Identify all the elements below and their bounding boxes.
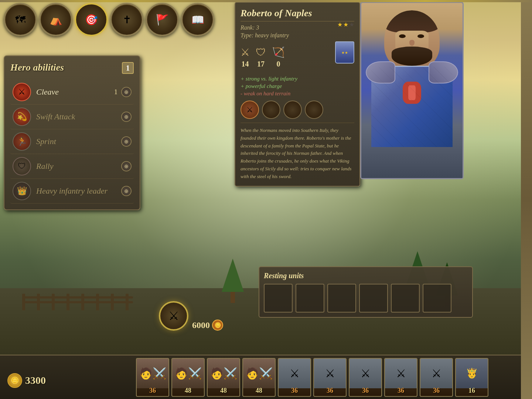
- map-icon: 🗺: [7, 6, 34, 34]
- unit-card-9[interactable]: ⚔ 36: [420, 358, 453, 397]
- top-decoration: [0, 0, 532, 2]
- cleave-level: 1: [114, 88, 117, 96]
- cross-icon: ✝: [113, 6, 141, 34]
- character-description: When the Normans moved into Southern Ita…: [241, 123, 354, 181]
- trait-shield: ★★: [335, 41, 354, 64]
- tab-target[interactable]: 🎯: [75, 3, 108, 36]
- portrait-head: [384, 10, 440, 69]
- unit-count-7: 36: [349, 387, 381, 395]
- portrait-beard: [392, 47, 432, 66]
- portrait-face: [361, 3, 463, 178]
- hero-points-badge: 1: [122, 62, 134, 74]
- top-navigation: 🗺 ⛺ 🎯 ✝ 🚩 📖: [0, 0, 218, 39]
- ability-heavy-infantry[interactable]: 👑 Heavy infantry leader ⊕: [10, 179, 134, 204]
- rally-label: Rally: [36, 161, 117, 171]
- character-stars: ★ ★ ★: [337, 21, 354, 28]
- defense-value: 17: [257, 60, 265, 68]
- unit-count-10: 16: [456, 387, 488, 395]
- resting-slots-container: [264, 284, 468, 313]
- star-2: ★: [343, 21, 348, 28]
- tab-map[interactable]: 🗺: [4, 3, 37, 36]
- gold-amount: 3300: [25, 375, 46, 386]
- unit-card-10[interactable]: 🤴 16: [455, 358, 488, 397]
- unit-count-6: 36: [314, 387, 346, 395]
- unit-portrait-8: ⚔: [385, 359, 417, 388]
- portrait-slot-3: [283, 100, 302, 119]
- rally-upgrade-button[interactable]: ⊕: [121, 161, 132, 171]
- flags-icon: 🚩: [149, 6, 176, 34]
- hero-abilities-panel: Hero abilities 1 ⚔ Cleave 1 ⊕ 💫 Swift At…: [4, 55, 140, 210]
- unit-card-3[interactable]: 🧑‍⚔️ 48: [207, 358, 240, 397]
- unit-count-4: 48: [243, 387, 275, 395]
- attack-value: 14: [242, 60, 249, 68]
- ability-cleave[interactable]: ⚔ Cleave 1 ⊕: [10, 80, 134, 105]
- unit-card-4[interactable]: 🧑‍⚔️ 48: [242, 358, 276, 397]
- eye-left: [399, 34, 406, 38]
- swift-attack-upgrade-button[interactable]: ⊕: [121, 112, 132, 122]
- unit-count-8: 36: [385, 387, 417, 395]
- resting-slot-1: [264, 284, 293, 313]
- unit-cards-container: 🧑‍⚔️ 36 🧑‍⚔️ 48 🧑‍⚔️ 48 🧑‍⚔️ 48: [136, 358, 488, 397]
- special-value: 0: [277, 60, 280, 68]
- resting-slot-5: [391, 284, 420, 313]
- tab-camp[interactable]: ⛺: [39, 3, 72, 36]
- unit-card-2[interactable]: 🧑‍⚔️ 48: [171, 358, 205, 397]
- stars-row: ★ ★ ★: [337, 21, 354, 28]
- special-icon: 🏹: [272, 46, 285, 58]
- cleave-label: Cleave: [36, 87, 114, 97]
- right-decoration: [521, 0, 532, 399]
- cleave-icon: ⚔: [13, 83, 31, 101]
- armor-texture: [371, 67, 453, 147]
- currency-icon: 🪙: [212, 320, 223, 331]
- tab-flags[interactable]: 🚩: [146, 3, 179, 36]
- book-icon: 📖: [184, 6, 212, 34]
- star-3: ★: [349, 21, 354, 28]
- unit-card-1[interactable]: 🧑‍⚔️ 36: [136, 358, 169, 397]
- tab-cross[interactable]: ✝: [110, 3, 143, 36]
- unit-portrait-2: 🧑‍⚔️: [172, 359, 204, 388]
- resting-slot-4: [359, 284, 388, 313]
- swift-attack-label: Swift Attack: [36, 112, 117, 122]
- sprint-upgrade-button[interactable]: ⊕: [121, 136, 132, 147]
- character-name: Roberto of Naples: [241, 8, 354, 21]
- hero-panel-title: Hero abilities: [10, 62, 64, 73]
- unit-count-5: 36: [279, 387, 310, 395]
- hero-center-button[interactable]: ⚔: [159, 301, 188, 331]
- swift-attack-icon: 💫: [13, 108, 31, 126]
- portrait-slot-4: [305, 100, 323, 119]
- ability-swift-attack[interactable]: 💫 Swift Attack ⊕: [10, 105, 134, 129]
- unit-portrait-1: 🧑‍⚔️: [137, 359, 168, 388]
- unit-card-7[interactable]: ⚔ 36: [349, 358, 382, 397]
- heavy-infantry-upgrade-button[interactable]: ⊕: [121, 186, 132, 196]
- ability-sprint[interactable]: 🏃 Sprint ⊕: [10, 129, 134, 154]
- heavy-infantry-label: Heavy infantry leader: [36, 186, 117, 196]
- hero-panel-header: Hero abilities 1: [10, 62, 134, 74]
- tab-book[interactable]: 📖: [181, 3, 214, 36]
- cleave-upgrade-button[interactable]: ⊕: [121, 87, 132, 97]
- character-portrait-slots: ⚔: [241, 100, 354, 119]
- type-stat: Type: heavy infantry: [241, 32, 354, 39]
- fence: [22, 292, 133, 310]
- unit-count-3: 48: [208, 387, 239, 395]
- trait-1: + strong vs. light infantry: [241, 76, 354, 82]
- nose: [409, 40, 415, 46]
- portrait-armor: [371, 66, 453, 147]
- defense-stat: 🛡 17: [256, 46, 266, 68]
- unit-portrait-9: ⚔: [420, 359, 452, 388]
- portrait-hair: [384, 10, 440, 33]
- unit-portrait-4: 🧑‍⚔️: [243, 359, 275, 388]
- unit-card-8[interactable]: ⚔ 36: [384, 358, 417, 397]
- star-1: ★: [337, 21, 342, 28]
- unit-portrait-6: ⚔: [314, 359, 346, 388]
- gold-coin-icon: 🪙: [7, 373, 22, 388]
- resting-slot-2: [296, 284, 324, 313]
- unit-card-6[interactable]: ⚔ 36: [313, 358, 347, 397]
- camp-icon: ⛺: [42, 6, 70, 34]
- unit-portrait-7: ⚔: [349, 359, 381, 388]
- special-stat: 🏹 0: [272, 46, 285, 68]
- unit-portrait-10: 🤴: [456, 359, 488, 388]
- ability-rally[interactable]: 🛡 Rally ⊕: [10, 154, 134, 179]
- target-icon: 🎯: [78, 6, 105, 34]
- unit-card-5[interactable]: ⚔ 36: [278, 358, 311, 397]
- trait-3: - weak on hard terrain: [241, 91, 354, 97]
